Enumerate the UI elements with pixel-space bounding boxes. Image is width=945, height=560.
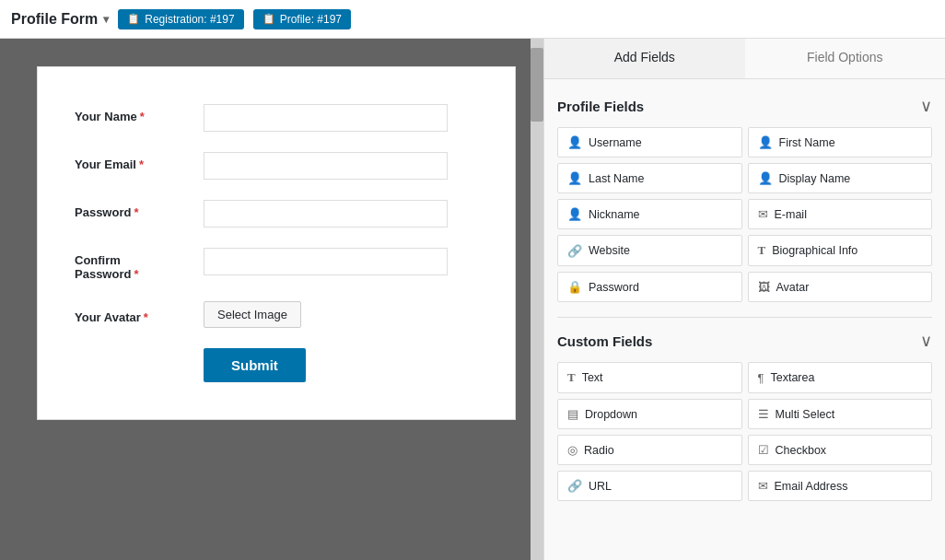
confirm-password-field: ConfirmPassword*	[75, 248, 469, 281]
main-layout: Your Name* Your Email* Password*	[0, 39, 945, 560]
profile-fields-toggle[interactable]: ∨	[920, 96, 932, 116]
lastname-icon: 👤	[567, 171, 582, 185]
password-field: Password*	[75, 200, 469, 228]
firstname-icon: 👤	[758, 135, 773, 149]
custom-fields-header: Custom Fields ∨	[557, 331, 932, 351]
checkbox-icon: ☑	[758, 443, 769, 457]
scrollbar-thumb[interactable]	[531, 48, 543, 122]
text-icon: T	[567, 370, 576, 385]
form-wrapper: Your Name* Your Email* Password*	[0, 39, 543, 560]
registration-badge[interactable]: 📋 Registration: #197	[118, 9, 243, 29]
field-dropdown[interactable]: ▤ Dropdown	[557, 399, 742, 429]
profile-fields-grid: 👤 Username 👤 First Name 👤 Last Name 👤 Di…	[557, 127, 932, 302]
field-username[interactable]: 👤 Username	[557, 127, 742, 158]
submit-button[interactable]: Submit	[204, 348, 306, 382]
field-first-name[interactable]: 👤 First Name	[748, 127, 933, 158]
your-email-input[interactable]	[204, 152, 448, 180]
section-divider	[557, 317, 932, 318]
tabs-bar: Add Fields Field Options	[544, 39, 945, 79]
field-avatar[interactable]: 🖼 Avatar	[748, 272, 933, 302]
field-biographical-info[interactable]: T Biographical Info	[748, 235, 933, 266]
avatar-icon: 🖼	[758, 280, 770, 294]
profile-label: Profile: #197	[280, 13, 342, 26]
profile-icon: 📋	[262, 13, 275, 25]
displayname-icon: 👤	[758, 171, 773, 185]
field-email-address[interactable]: ✉ Email Address	[748, 471, 933, 501]
field-password[interactable]: 🔒 Password	[557, 272, 742, 302]
avatar-label: Your Avatar*	[75, 305, 204, 324]
field-url[interactable]: 🔗 URL	[557, 471, 742, 501]
app-header: Profile Form ▾ 📋 Registration: #197 📋 Pr…	[0, 0, 945, 39]
form-preview-panel: Your Name* Your Email* Password*	[0, 39, 543, 560]
field-text[interactable]: T Text	[557, 362, 742, 393]
radio-icon: ◎	[567, 443, 578, 457]
biographical-icon: T	[758, 243, 766, 258]
custom-fields-toggle[interactable]: ∨	[920, 331, 932, 351]
field-last-name[interactable]: 👤 Last Name	[557, 163, 742, 193]
title-text: Profile Form	[11, 11, 98, 28]
tab-field-options[interactable]: Field Options	[745, 39, 946, 78]
emailaddress-icon: ✉	[758, 479, 768, 493]
website-icon: 🔗	[567, 244, 582, 258]
your-email-field: Your Email*	[75, 152, 469, 180]
registration-label: Registration: #197	[145, 13, 234, 26]
field-display-name[interactable]: 👤 Display Name	[748, 163, 933, 193]
your-email-label: Your Email*	[75, 152, 204, 171]
right-panel: Add Fields Field Options Profile Fields …	[543, 39, 945, 560]
your-name-field: Your Name*	[75, 104, 469, 132]
confirm-password-input[interactable]	[204, 248, 448, 275]
form-card: Your Name* Your Email* Password*	[37, 66, 516, 420]
field-checkbox[interactable]: ☑ Checkbox	[748, 435, 933, 465]
submit-row: Submit	[75, 348, 469, 382]
password-input[interactable]	[204, 200, 448, 228]
password-label: Password*	[75, 200, 204, 219]
textarea-icon: ¶	[758, 371, 764, 385]
profile-badge[interactable]: 📋 Profile: #197	[253, 9, 351, 29]
select-image-button[interactable]: Select Image	[204, 301, 301, 328]
nickname-icon: 👤	[567, 207, 582, 221]
email-icon: ✉	[758, 207, 768, 221]
dropdown-icon: ▤	[567, 407, 578, 421]
title-chevron: ▾	[103, 13, 109, 26]
scrollbar[interactable]	[531, 39, 543, 560]
password-icon: 🔒	[567, 280, 582, 294]
multiselect-icon: ☰	[758, 407, 769, 421]
custom-fields-title: Custom Fields	[557, 333, 652, 349]
url-icon: 🔗	[567, 479, 582, 493]
field-radio[interactable]: ◎ Radio	[557, 435, 742, 465]
profile-form-title[interactable]: Profile Form ▾	[11, 11, 109, 28]
field-nickname[interactable]: 👤 Nickname	[557, 199, 742, 229]
right-content: Profile Fields ∨ 👤 Username 👤 First Name…	[544, 79, 945, 560]
registration-icon: 📋	[127, 13, 140, 25]
your-name-input[interactable]	[204, 104, 448, 132]
field-multi-select[interactable]: ☰ Multi Select	[748, 399, 933, 429]
avatar-field: Your Avatar* Select Image	[75, 301, 469, 328]
field-email[interactable]: ✉ E-mail	[748, 199, 933, 229]
username-icon: 👤	[567, 135, 582, 149]
custom-fields-grid: T Text ¶ Textarea ▤ Dropdown ☰ Multi Sel…	[557, 362, 932, 501]
tab-add-fields[interactable]: Add Fields	[544, 39, 745, 78]
field-textarea[interactable]: ¶ Textarea	[748, 362, 933, 393]
field-website[interactable]: 🔗 Website	[557, 235, 742, 266]
profile-fields-header: Profile Fields ∨	[557, 96, 932, 116]
profile-fields-title: Profile Fields	[557, 99, 644, 114]
your-name-label: Your Name*	[75, 104, 204, 123]
confirm-password-label: ConfirmPassword*	[75, 248, 204, 281]
